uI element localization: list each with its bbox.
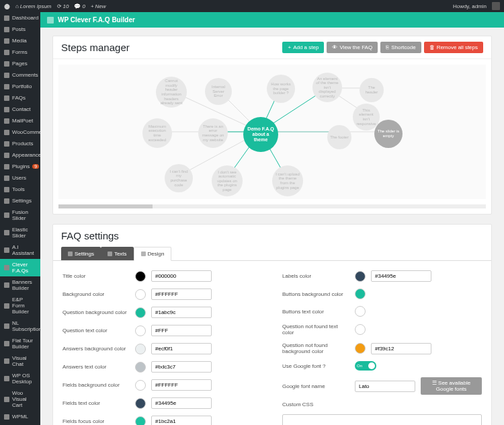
node[interactable]: The header (360, 78, 384, 102)
steps-canvas[interactable]: Demo F.A.Q about a theme Cannot modify h… (58, 65, 486, 199)
sidebar-item-mailpoet[interactable]: MailPoet (0, 115, 40, 126)
sidebar-item-a-i-assistant[interactable]: A.I Assistant (0, 241, 40, 259)
sidebar-item-dashboard[interactable]: Dashboard (0, 12, 40, 24)
plugin-titlebar: WP Clever F.A.Q Builder (40, 12, 504, 28)
color-swatch[interactable] (135, 380, 146, 391)
sidebar-item-contact[interactable]: Contact (0, 104, 40, 115)
new-content[interactable]: + New (91, 3, 106, 9)
comments-count[interactable]: 💬 0 (74, 3, 85, 9)
menu-icon (4, 118, 9, 124)
sidebar-item-flat-tour-builder[interactable]: Flat Tour Builder (0, 335, 40, 352)
color-swatch[interactable] (135, 307, 146, 318)
updates[interactable]: ⟳ 10 (57, 3, 69, 9)
menu-icon (4, 282, 9, 288)
canvas-scrollbar[interactable] (58, 204, 486, 208)
sidebar-label: Products (12, 141, 34, 147)
color-input[interactable] (151, 307, 212, 318)
color-input[interactable] (151, 416, 212, 425)
color-input[interactable] (151, 325, 212, 336)
sidebar-item-pages[interactable]: Pages (0, 58, 40, 69)
color-swatch[interactable] (135, 398, 146, 409)
node-center[interactable]: Demo F.A.Q about a theme (243, 117, 278, 152)
field-label: Title color (62, 273, 130, 279)
font-name-input[interactable] (355, 381, 415, 392)
color-input[interactable] (151, 361, 212, 373)
sidebar-item-banners-builder[interactable]: Banners Builder (0, 276, 40, 294)
node[interactable]: The slider is empty (374, 120, 403, 148)
color-swatch[interactable] (135, 362, 146, 373)
color-swatch[interactable] (355, 288, 366, 299)
color-swatch[interactable] (135, 289, 146, 300)
sidebar-item-collapse-menu[interactable]: Collapse menu (0, 422, 40, 425)
sidebar-item-woo-visual-cart[interactable]: Woo Visual Cart (0, 387, 40, 411)
field-label: Buttons text color (282, 309, 349, 315)
sidebar-item-visual-chat[interactable]: Visual Chat (0, 352, 40, 370)
sidebar-item-comments[interactable]: Comments (0, 69, 40, 81)
avatar[interactable] (492, 2, 500, 10)
color-swatch[interactable] (135, 416, 146, 426)
sidebar-item-woocommerce[interactable]: WooCommerce (0, 126, 40, 138)
sidebar-item-nl-subscription[interactable]: NL Subscription (0, 317, 40, 335)
node[interactable]: The footer (327, 125, 351, 149)
color-input[interactable] (151, 379, 212, 391)
sidebar-item-products[interactable]: Products (0, 138, 40, 149)
shortcode-button[interactable]: ⎘ Shortcode (380, 42, 421, 53)
custom-css-textarea[interactable] (282, 414, 482, 425)
sidebar-item-wp-os-desktop[interactable]: WP OS Desktop (0, 370, 40, 387)
sidebar-item-wpml[interactable]: WPML (0, 411, 40, 422)
tab-settings[interactable]: Settings (61, 247, 101, 260)
remove-all-button[interactable]: 🗑 Remove all steps (424, 42, 483, 53)
sidebar-item-forms[interactable]: Forms (0, 46, 40, 58)
wp-logo[interactable]: ⬤ (4, 3, 10, 9)
color-input[interactable] (151, 288, 212, 300)
color-input[interactable] (151, 343, 212, 354)
node[interactable]: I can't find my purchase code (165, 164, 193, 192)
menu-icon (4, 212, 9, 218)
sidebar-label: Forms (12, 49, 28, 55)
tab-texts[interactable]: Texts (101, 247, 134, 260)
color-input[interactable] (371, 270, 431, 282)
color-swatch[interactable] (135, 271, 146, 282)
sidebar-item-e-p-form-builder[interactable]: E&P Form Builder (0, 294, 40, 317)
google-font-toggle[interactable]: On (355, 361, 376, 371)
sidebar-item-users[interactable]: Users (0, 172, 40, 184)
sidebar-item-plugins[interactable]: Plugins9 (0, 161, 40, 172)
node[interactable]: I don't see automatic updates on the plu… (212, 165, 243, 196)
color-swatch[interactable] (355, 271, 366, 282)
color-swatch[interactable] (355, 306, 366, 317)
sidebar-item-settings[interactable]: Settings (0, 195, 40, 206)
node[interactable]: Maximum execution time exceeded (142, 118, 172, 148)
sidebar-item-posts[interactable]: Posts (0, 24, 40, 35)
color-swatch[interactable] (355, 324, 366, 335)
field-label: Labels color (282, 273, 349, 279)
view-faq-button[interactable]: 👁 View the FAQ (327, 42, 378, 53)
node[interactable]: I can't upload the theme from the plugin… (272, 165, 303, 196)
add-step-button[interactable]: + Add a step (282, 42, 324, 53)
sidebar-label: Posts (12, 26, 26, 32)
color-input[interactable] (151, 270, 212, 282)
sidebar-item-faqs[interactable]: FAQs (0, 92, 40, 104)
color-input[interactable] (151, 397, 212, 409)
menu-icon (4, 265, 9, 270)
color-swatch[interactable] (135, 344, 146, 354)
site-name[interactable]: ⌂ Lorem Ipsum (15, 3, 52, 9)
see-fonts-button[interactable]: ☰ See available Google fonts (421, 377, 482, 395)
menu-icon (4, 107, 9, 112)
sidebar-item-media[interactable]: Media (0, 35, 40, 46)
sidebar-item-tools[interactable]: Tools (0, 184, 40, 195)
color-input[interactable] (371, 343, 431, 354)
color-swatch[interactable] (355, 343, 366, 354)
color-swatch[interactable] (135, 325, 146, 336)
tab-design[interactable]: Design (134, 247, 172, 261)
node[interactable]: Internal Server Error (205, 78, 232, 105)
sidebar-item-portfolio[interactable]: Portfolio (0, 81, 40, 92)
node[interactable]: How works the page builder ? (267, 75, 295, 103)
greeting[interactable]: Howdy, admin (453, 3, 487, 9)
sidebar-item-fusion-slider[interactable]: Fusion Slider (0, 206, 40, 224)
node[interactable]: An element of the theme isn't displayed … (312, 73, 342, 102)
sidebar-item-appearance[interactable]: Appearance (0, 149, 40, 161)
sidebar-item-clever-f-a-qs[interactable]: Clever F.A.Qs (0, 259, 40, 276)
node[interactable]: Cannot modify header information headers… (156, 77, 187, 108)
sidebar-item-elastic-slider[interactable]: Elastic Slider (0, 224, 40, 241)
node[interactable]: There is an error message on my website (198, 118, 228, 148)
